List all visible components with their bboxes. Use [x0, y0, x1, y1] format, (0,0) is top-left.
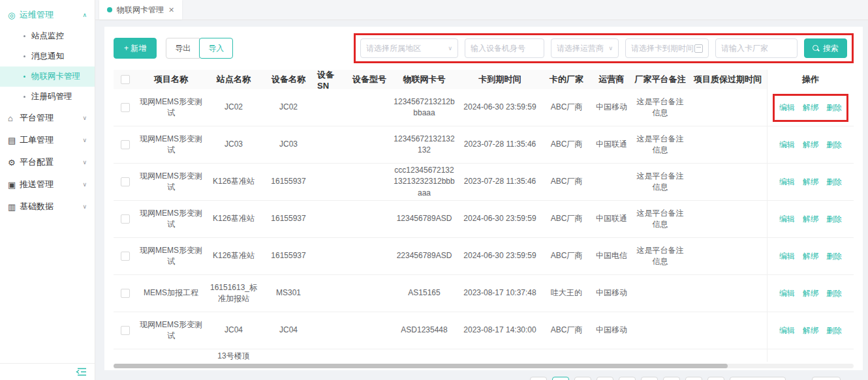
jump-page-input[interactable]: [812, 377, 841, 380]
database-icon: ▥: [8, 202, 20, 212]
prev-page-button[interactable]: <: [530, 377, 547, 380]
sidebar-item-iot-card-management[interactable]: 物联网卡管理: [0, 66, 95, 87]
page-button-7[interactable]: 7: [685, 377, 702, 380]
page-button-3[interactable]: 3: [597, 377, 613, 380]
tab-iot-card-management[interactable]: 物联网卡管理 ✕: [99, 0, 182, 20]
unbind-link[interactable]: 解绑: [803, 251, 818, 262]
card-vendor-input[interactable]: [715, 38, 798, 58]
row-actions: 编辑 解绑 删除: [767, 275, 854, 312]
edit-link[interactable]: 编辑: [779, 214, 795, 225]
table-row: MEMS加报工程 16151613_标准加报站 MS301 AS15165 20…: [114, 275, 854, 312]
row-checkbox[interactable]: [121, 103, 130, 112]
sidebar-item-basic-data[interactable]: ▥ 基础数据 ∨: [0, 196, 95, 218]
bullet-icon: [23, 35, 25, 37]
unbind-link[interactable]: 解绑: [803, 214, 818, 225]
page-button-1[interactable]: 1: [552, 377, 569, 380]
bullet-icon: [23, 76, 25, 78]
col-vendor: 卡的厂家: [542, 70, 591, 89]
col-actions: 操作: [767, 70, 854, 89]
horizontal-scrollbar-thumb[interactable]: [114, 364, 728, 368]
row-checkbox[interactable]: [121, 214, 130, 224]
device-sn-input[interactable]: [465, 38, 544, 58]
delete-link[interactable]: 删除: [826, 177, 842, 188]
page-button-4[interactable]: 4: [619, 377, 636, 380]
export-button[interactable]: 导出: [166, 38, 200, 59]
row-actions: 编辑 解绑 删除: [767, 238, 854, 274]
import-button[interactable]: 导入: [199, 38, 233, 59]
delete-link[interactable]: 删除: [826, 214, 842, 225]
pagination: < 1 2 3 4 5 6 7 > 10 条/页 ∨ 跳至 页: [530, 377, 854, 380]
sidebar-item-register-code[interactable]: 注册码管理: [0, 87, 95, 107]
page-button-6[interactable]: 6: [663, 377, 680, 380]
next-page-button[interactable]: >: [707, 377, 724, 380]
push-icon: ▣: [8, 180, 20, 190]
sidebar-item-platform-config[interactable]: ⚙ 平台配置 ∨: [0, 151, 95, 173]
sidebar-item-label: 运维管理: [20, 9, 54, 21]
row-checkbox[interactable]: [121, 252, 130, 261]
row-actions: 编辑 解绑 删除: [767, 126, 854, 163]
col-warranty: 项目质保过期时间: [689, 70, 767, 89]
edit-link[interactable]: 编辑: [779, 102, 795, 113]
sidebar-item-push-management[interactable]: ▣ 推送管理 ∨: [0, 173, 95, 196]
page-button-2[interactable]: 2: [574, 377, 591, 380]
chevron-down-icon: ∨: [448, 45, 452, 51]
table-row: 现网MEMS形变测试 K126基准站 16155937 123456789ASD…: [114, 201, 854, 238]
table-row: 现网MEMS形变测试 JC02 JC02 1234567213212bbbaaa…: [114, 89, 854, 126]
col-device: 设备名称: [262, 70, 315, 89]
unbind-link[interactable]: 解绑: [803, 288, 818, 299]
region-select[interactable]: 请选择所属地区 ∨: [360, 38, 458, 58]
sidebar-item-site-monitor[interactable]: 站点监控: [0, 26, 95, 46]
unbind-link[interactable]: 解绑: [803, 177, 818, 188]
row-actions: 编辑 解绑 删除: [767, 201, 854, 237]
row-checkbox[interactable]: [121, 326, 130, 335]
page-button-5[interactable]: 5: [641, 377, 658, 380]
chevron-down-icon: ∨: [82, 159, 87, 166]
sidebar-item-platform-management[interactable]: ⌂ 平台管理 ∨: [0, 107, 95, 129]
sidebar-item-ops-management[interactable]: ◎ 运维管理 ∧: [0, 4, 95, 26]
chevron-up-icon: ∧: [82, 12, 87, 18]
row-checkbox[interactable]: [121, 140, 130, 149]
select-all-checkbox[interactable]: [121, 75, 130, 84]
edit-link[interactable]: 编辑: [779, 288, 795, 299]
edit-link[interactable]: 编辑: [779, 139, 795, 151]
col-operator: 运营商: [591, 70, 632, 89]
col-model: 设备型号: [349, 70, 390, 89]
delete-link[interactable]: 删除: [826, 325, 842, 336]
horizontal-scrollbar: [114, 364, 854, 368]
sidebar-footer: [0, 363, 95, 380]
row-checkbox[interactable]: [121, 177, 130, 186]
delete-link[interactable]: 删除: [826, 102, 842, 113]
delete-link[interactable]: 删除: [826, 139, 842, 151]
page-size-select[interactable]: 10 条/页 ∨: [730, 377, 786, 380]
edit-link[interactable]: 编辑: [779, 177, 795, 188]
content-card: + 新增 导出 导入 请选择所属地区 ∨ 请选择运营商 ∨ 请选择卡到期时间: [104, 27, 863, 370]
bullet-icon: [23, 96, 25, 98]
search-button[interactable]: 搜索: [804, 38, 847, 58]
table-row: 现网MEMS形变测试 JC04 JC04 ASD1235448 2023-08-…: [114, 312, 854, 349]
row-checkbox[interactable]: [121, 289, 130, 298]
unbind-link[interactable]: 解绑: [803, 325, 818, 336]
row-actions: 编辑 解绑 删除: [767, 164, 854, 200]
sidebar: ◎ 运维管理 ∧ 站点监控 消息通知 物联网卡管理 注册码管理 ⌂ 平台管理 ∨…: [0, 0, 95, 380]
operator-select[interactable]: 请选择运营商 ∨: [551, 38, 619, 58]
sidebar-item-work-order[interactable]: ▤ 工单管理 ∨: [0, 129, 95, 151]
unbind-link[interactable]: 解绑: [803, 139, 818, 151]
delete-link[interactable]: 删除: [826, 251, 842, 262]
edit-link[interactable]: 编辑: [779, 325, 795, 336]
sidebar-item-message-notify[interactable]: 消息通知: [0, 46, 95, 66]
main-area: 物联网卡管理 ✕ + 新增 导出 导入 请选择所属地区 ∨ 请选择运营商 ∨ 请…: [95, 0, 868, 380]
add-button[interactable]: + 新增: [114, 38, 157, 59]
collapse-sidebar-icon[interactable]: [76, 368, 87, 376]
col-expire: 卡到期时间: [458, 70, 542, 89]
edit-link[interactable]: 编辑: [779, 251, 795, 262]
table-row: 现网MEMS形变测试 K126基准站 16155937 ccc123456721…: [114, 164, 854, 201]
calendar-icon: [694, 44, 703, 53]
work-order-icon: ▤: [8, 136, 20, 145]
card-expire-date-picker[interactable]: 请选择卡到期时间: [625, 38, 709, 58]
delete-link[interactable]: 删除: [826, 288, 842, 299]
row-actions: 编辑 解绑 删除: [767, 312, 854, 349]
unbind-link[interactable]: 解绑: [803, 102, 818, 113]
close-tab-icon[interactable]: ✕: [168, 6, 174, 14]
table-footer: 共68条记录 < 1 2 3 4 5 6 7 > 10 条/页 ∨ 跳至 页: [114, 371, 854, 380]
search-icon: [813, 45, 820, 52]
